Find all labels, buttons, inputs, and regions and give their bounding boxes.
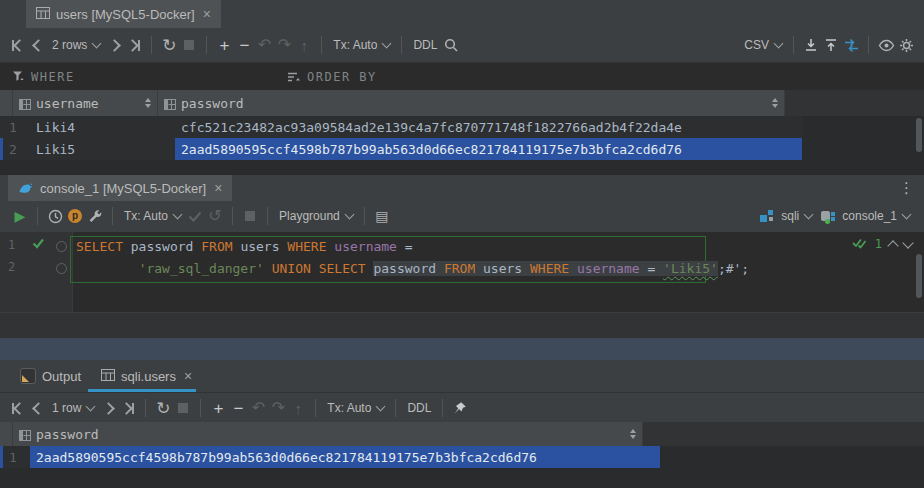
grid-scrollbar[interactable]: [916, 118, 922, 152]
page-size-dropdown[interactable]: 1 row: [48, 401, 98, 415]
tx-mode-dropdown[interactable]: Tx: Auto: [323, 401, 388, 415]
tab-users-grid[interactable]: users [MySQL5-Docker] ×: [26, 0, 221, 28]
submit-icon: ↑: [294, 34, 314, 56]
grid-empty-area: [0, 160, 924, 174]
order-by-input[interactable]: ORDER BY: [283, 70, 381, 84]
cell-password-selected[interactable]: 2aad5890595ccf4598b787b99ab563d0d66ec821…: [175, 138, 802, 160]
divider: [868, 36, 869, 54]
cell-password-selected[interactable]: 2aad5890595ccf4598b787b99ab563d0d66ec821…: [30, 446, 660, 468]
column-icon: [19, 98, 31, 109]
sql-editor[interactable]: 1 2 SELECT password FROM users WHERE use…: [0, 232, 924, 312]
pin-icon[interactable]: [450, 397, 470, 419]
refresh-icon[interactable]: ↻: [159, 34, 179, 56]
stop-icon: [179, 34, 199, 56]
cell-password[interactable]: cfc521c23482ac93a09584ad2e139c4a7fc87077…: [175, 116, 802, 138]
divider: [442, 399, 443, 417]
console-toolbar: ▶ p Tx: Auto ↺ Playground ▤ sqli: [0, 200, 924, 233]
where-filter-input[interactable]: WHERE: [8, 70, 79, 84]
schema-icon: [759, 209, 775, 223]
output-layout-icon[interactable]: ▤: [372, 205, 392, 227]
history-clock-icon[interactable]: [45, 205, 65, 227]
delete-row-button[interactable]: −: [234, 34, 254, 56]
fold-marker-icon[interactable]: [56, 263, 67, 274]
tab-output[interactable]: Output: [10, 360, 91, 392]
previous-page-button[interactable]: [28, 34, 48, 56]
stop-icon: [240, 205, 260, 227]
tab-title: users [MySQL5-Docker]: [56, 7, 195, 22]
double-check-icon: [852, 237, 868, 251]
console-session-icon: [820, 209, 836, 223]
inspection-count: 1: [875, 237, 882, 251]
tab-sqli-users[interactable]: sqli.users ×: [91, 360, 202, 392]
result-toolbar: 1 row ↻ + − ↶ ↷ ↑ Tx: Auto DDL: [0, 392, 924, 423]
close-icon[interactable]: ×: [184, 368, 192, 384]
next-result-icon[interactable]: [902, 237, 913, 248]
previous-page-button[interactable]: [28, 397, 48, 419]
wrench-settings-icon[interactable]: [85, 205, 105, 227]
last-page-button[interactable]: [124, 34, 144, 56]
ddl-button[interactable]: DDL: [403, 401, 435, 415]
settings-gear-icon[interactable]: [896, 34, 916, 56]
filter-funnel-icon: [12, 70, 25, 84]
editor-scrollbar[interactable]: [916, 254, 922, 298]
revert-icon: ↶: [254, 34, 274, 56]
import-data-icon[interactable]: [821, 34, 841, 56]
export-data-icon[interactable]: [801, 34, 821, 56]
next-page-button[interactable]: [104, 34, 124, 56]
sort-toggle-icon[interactable]: [137, 98, 151, 108]
column-header-password[interactable]: password: [13, 422, 643, 446]
code-line-1[interactable]: SELECT password FROM users WHERE usernam…: [76, 239, 413, 254]
first-page-button[interactable]: [8, 34, 28, 56]
session-dropdown[interactable]: console_1: [816, 209, 914, 223]
execute-play-icon[interactable]: ▶: [10, 205, 30, 227]
row-number: 2: [0, 138, 30, 160]
add-row-button[interactable]: +: [208, 397, 228, 419]
tx-mode-dropdown[interactable]: Tx: Auto: [329, 38, 394, 52]
close-icon[interactable]: ×: [203, 6, 211, 22]
divider: [206, 36, 207, 54]
first-page-button[interactable]: [8, 397, 28, 419]
next-page-button[interactable]: [98, 397, 118, 419]
search-icon[interactable]: [441, 34, 461, 56]
table-grid-icon: [101, 369, 115, 383]
close-icon[interactable]: ×: [214, 180, 222, 196]
table-grid-icon: [36, 7, 50, 21]
compare-sync-icon[interactable]: [841, 34, 861, 56]
cell-username[interactable]: Liki5: [30, 138, 175, 160]
export-format-dropdown[interactable]: CSV: [740, 38, 786, 52]
redo-icon: ↷: [268, 397, 288, 419]
divider: [151, 36, 152, 54]
divider: [232, 207, 233, 225]
delete-row-button[interactable]: −: [228, 397, 248, 419]
divider: [315, 399, 316, 417]
page-size-dropdown[interactable]: 2 rows: [48, 38, 104, 52]
schema-dropdown[interactable]: sqli: [755, 209, 816, 223]
column-header-username[interactable]: username: [13, 90, 158, 116]
chevron-down-icon: [92, 38, 102, 48]
tx-mode-dropdown[interactable]: Tx: Auto: [120, 209, 185, 223]
playground-dropdown[interactable]: Playground: [275, 209, 357, 223]
last-page-button[interactable]: [118, 397, 138, 419]
divider: [395, 399, 396, 417]
add-row-button[interactable]: +: [214, 34, 234, 56]
grid-toolbar: 2 rows ↻ + − ↶ ↷ ↑ Tx: Auto DDL CSV: [0, 28, 924, 62]
cell-username[interactable]: Liki4: [30, 116, 175, 138]
parameters-icon[interactable]: p: [65, 205, 85, 227]
fold-marker-icon[interactable]: [56, 241, 67, 252]
result-empty-area: [0, 468, 924, 488]
previous-result-icon[interactable]: [887, 240, 898, 251]
code-line-2[interactable]: 'raw_sql_danger' UNION SELECT password F…: [76, 261, 749, 276]
selected-row-marker: [0, 446, 3, 468]
ddl-button[interactable]: DDL: [409, 38, 441, 52]
grid-row-2-selected: 2 Liki5 2aad5890595ccf4598b787b99ab563d0…: [0, 138, 924, 160]
sort-toggle-icon[interactable]: [622, 429, 636, 439]
kebab-menu-icon[interactable]: ⋮: [899, 179, 914, 197]
tab-console-1[interactable]: console_1 [MySQL5-Docker] ×: [8, 175, 232, 201]
divider: [200, 399, 201, 417]
column-header-password[interactable]: password: [158, 90, 785, 116]
sort-toggle-icon[interactable]: [764, 98, 778, 108]
chevron-down-icon: [382, 38, 392, 48]
refresh-icon[interactable]: ↻: [153, 397, 173, 419]
divider: [145, 399, 146, 417]
view-options-icon[interactable]: [876, 34, 896, 56]
